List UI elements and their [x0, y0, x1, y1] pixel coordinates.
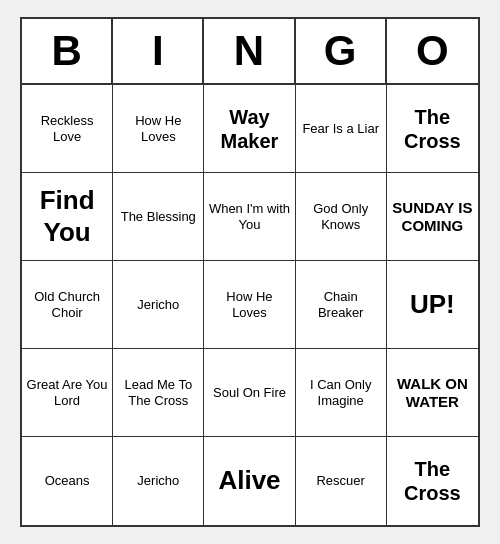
bingo-card: B I N G O Reckless LoveHow He LovesWay M…	[20, 17, 480, 527]
header-g: G	[296, 19, 387, 83]
bingo-cell-3[interactable]: Fear Is a Liar	[296, 85, 387, 173]
bingo-cell-10[interactable]: Old Church Choir	[22, 261, 113, 349]
bingo-cell-17[interactable]: Soul On Fire	[204, 349, 295, 437]
bingo-cell-13[interactable]: Chain Breaker	[296, 261, 387, 349]
bingo-header: B I N G O	[22, 19, 478, 85]
bingo-cell-21[interactable]: Jericho	[113, 437, 204, 525]
bingo-cell-24[interactable]: The Cross	[387, 437, 478, 525]
bingo-cell-2[interactable]: Way Maker	[204, 85, 295, 173]
bingo-cell-8[interactable]: God Only Knows	[296, 173, 387, 261]
header-o: O	[387, 19, 478, 83]
bingo-grid: Reckless LoveHow He LovesWay MakerFear I…	[22, 85, 478, 525]
bingo-cell-9[interactable]: SUNDAY IS COMING	[387, 173, 478, 261]
bingo-cell-1[interactable]: How He Loves	[113, 85, 204, 173]
bingo-cell-22[interactable]: Alive	[204, 437, 295, 525]
bingo-cell-18[interactable]: I Can Only Imagine	[296, 349, 387, 437]
bingo-cell-12[interactable]: How He Loves	[204, 261, 295, 349]
header-i: I	[113, 19, 204, 83]
bingo-cell-7[interactable]: When I'm with You	[204, 173, 295, 261]
bingo-cell-23[interactable]: Rescuer	[296, 437, 387, 525]
bingo-cell-11[interactable]: Jericho	[113, 261, 204, 349]
bingo-cell-4[interactable]: The Cross	[387, 85, 478, 173]
bingo-cell-15[interactable]: Great Are You Lord	[22, 349, 113, 437]
header-b: B	[22, 19, 113, 83]
header-n: N	[204, 19, 295, 83]
bingo-cell-16[interactable]: Lead Me To The Cross	[113, 349, 204, 437]
bingo-cell-0[interactable]: Reckless Love	[22, 85, 113, 173]
bingo-cell-5[interactable]: Find You	[22, 173, 113, 261]
bingo-cell-14[interactable]: UP!	[387, 261, 478, 349]
bingo-cell-19[interactable]: WALK ON WATER	[387, 349, 478, 437]
bingo-cell-20[interactable]: Oceans	[22, 437, 113, 525]
bingo-cell-6[interactable]: The Blessing	[113, 173, 204, 261]
